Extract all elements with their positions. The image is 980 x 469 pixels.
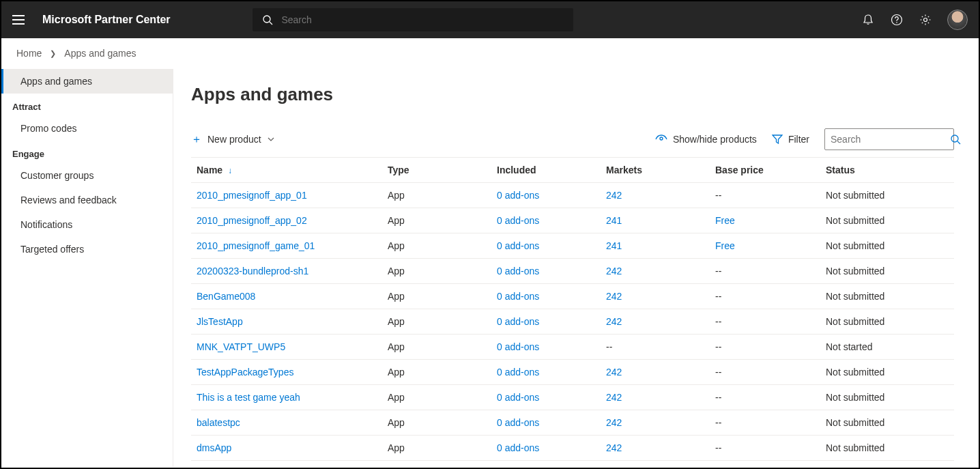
- top-header: Microsoft Partner Center: [1, 1, 979, 38]
- table-row: 2010_pmesignoff_app_01App0 add-ons242--N…: [191, 183, 954, 208]
- product-markets[interactable]: 242: [601, 284, 710, 309]
- breadcrumb-home[interactable]: Home: [16, 48, 42, 59]
- product-price: --: [710, 385, 820, 410]
- product-included-link[interactable]: 0 add-ons: [491, 360, 601, 385]
- sidebar-item-customer-groups[interactable]: Customer groups: [1, 163, 173, 188]
- sidebar-item-notifications[interactable]: Notifications: [1, 212, 173, 237]
- col-header-type[interactable]: Type: [382, 158, 491, 183]
- product-included-link[interactable]: 0 add-ons: [491, 335, 601, 360]
- sidebar-heading-engage: Engage: [1, 141, 173, 163]
- product-type: App: [382, 335, 491, 360]
- product-status: Not submitted: [820, 309, 954, 335]
- product-status: Not submitted: [820, 233, 954, 259]
- product-markets[interactable]: 241: [601, 208, 710, 233]
- col-header-price[interactable]: Base price: [710, 158, 820, 183]
- svg-point-4: [923, 18, 927, 22]
- product-included-link[interactable]: 0 add-ons: [491, 385, 601, 410]
- product-type: App: [382, 360, 491, 385]
- product-price[interactable]: Free: [710, 208, 820, 233]
- eye-icon: [655, 134, 667, 144]
- product-name-link[interactable]: This is a test game yeah: [191, 385, 382, 410]
- product-markets[interactable]: 242: [601, 259, 710, 284]
- table-row: This is a test game yeahApp0 add-ons242-…: [191, 385, 954, 410]
- product-markets[interactable]: 242: [601, 385, 710, 410]
- table-search[interactable]: [824, 128, 954, 150]
- table-row: JlsTestAppApp0 add-ons242--Not submitted: [191, 309, 954, 335]
- product-name-link[interactable]: MNK_VATPT_UWP5: [191, 335, 382, 360]
- product-price: --: [710, 410, 820, 436]
- help-icon[interactable]: [890, 13, 904, 27]
- product-included-link[interactable]: 0 add-ons: [491, 410, 601, 436]
- new-product-label: New product: [207, 134, 261, 145]
- sidebar-item-apps-and-games[interactable]: Apps and games: [1, 69, 173, 94]
- product-included-link[interactable]: 0 add-ons: [491, 208, 601, 233]
- product-name-link[interactable]: JlsTestApp: [191, 309, 382, 335]
- product-status: Not submitted: [820, 259, 954, 284]
- filter-label: Filter: [788, 134, 809, 145]
- toolbar: ＋ New product Show/hide products: [191, 128, 954, 150]
- product-price: --: [710, 436, 820, 461]
- product-type: App: [382, 385, 491, 410]
- product-name-link[interactable]: 20200323-bundleprod-sh1: [191, 259, 382, 284]
- product-name-link[interactable]: TestAppPackageTypes: [191, 360, 382, 385]
- col-header-status[interactable]: Status: [820, 158, 954, 183]
- product-included-link[interactable]: 0 add-ons: [491, 309, 601, 335]
- svg-point-3: [896, 22, 897, 23]
- product-price: --: [710, 335, 820, 360]
- product-type: App: [382, 309, 491, 335]
- settings-gear-icon[interactable]: [919, 13, 932, 27]
- product-name-link[interactable]: BenGame008: [191, 284, 382, 309]
- svg-line-7: [957, 141, 960, 144]
- product-markets[interactable]: 241: [601, 233, 710, 259]
- product-price: --: [710, 309, 820, 335]
- product-name-link[interactable]: balatestpc: [191, 410, 382, 436]
- product-name-link[interactable]: 2010_pmesignoff_game_01: [191, 233, 382, 259]
- show-hide-products-button[interactable]: Show/hide products: [655, 134, 757, 145]
- product-name-link[interactable]: 2010_pmesignoff_app_02: [191, 208, 382, 233]
- filter-button[interactable]: Filter: [772, 134, 809, 145]
- new-product-button[interactable]: ＋ New product: [191, 132, 275, 147]
- product-markets[interactable]: 242: [601, 183, 710, 208]
- product-price: --: [710, 284, 820, 309]
- product-markets[interactable]: 242: [601, 360, 710, 385]
- product-name-link[interactable]: dmsApp: [191, 436, 382, 461]
- product-price: --: [710, 183, 820, 208]
- col-header-markets[interactable]: Markets: [601, 158, 710, 183]
- product-markets[interactable]: 242: [601, 436, 710, 461]
- table-row: 2010_pmesignoff_app_02App0 add-ons241Fre…: [191, 208, 954, 233]
- table-search-input[interactable]: [831, 134, 950, 145]
- product-status: Not submitted: [820, 436, 954, 461]
- product-markets[interactable]: 242: [601, 410, 710, 436]
- sidebar-item-targeted-offers[interactable]: Targeted offers: [1, 237, 173, 261]
- sidebar-heading-attract: Attract: [1, 94, 173, 116]
- table-row: TestAppPackageTypesApp0 add-ons242--Not …: [191, 360, 954, 385]
- user-avatar[interactable]: [947, 10, 968, 30]
- search-icon: [950, 134, 961, 145]
- page-title: Apps and games: [191, 84, 954, 105]
- product-included-link[interactable]: 0 add-ons: [491, 284, 601, 309]
- breadcrumb: Home ❯ Apps and games: [1, 38, 979, 69]
- product-included-link[interactable]: 0 add-ons: [491, 259, 601, 284]
- plus-icon: ＋: [191, 132, 202, 147]
- product-name-link[interactable]: 2010_pmesignoff_app_01: [191, 183, 382, 208]
- table-row: 20200323-bundleprod-sh1App0 add-ons242--…: [191, 259, 954, 284]
- sidebar-item-reviews-feedback[interactable]: Reviews and feedback: [1, 188, 173, 212]
- svg-point-0: [263, 16, 270, 23]
- product-markets[interactable]: 242: [601, 309, 710, 335]
- product-included-link[interactable]: 0 add-ons: [491, 233, 601, 259]
- product-included-link[interactable]: 0 add-ons: [491, 183, 601, 208]
- global-search-input[interactable]: [281, 14, 564, 25]
- sidebar-item-promo-codes[interactable]: Promo codes: [1, 116, 173, 141]
- product-type: App: [382, 233, 491, 259]
- col-header-included[interactable]: Included: [491, 158, 601, 183]
- notifications-icon[interactable]: [861, 13, 875, 27]
- product-price[interactable]: Free: [710, 233, 820, 259]
- hamburger-menu-icon[interactable]: [12, 12, 29, 28]
- col-header-name[interactable]: Name ↓: [191, 158, 382, 183]
- product-included-link[interactable]: 0 add-ons: [491, 436, 601, 461]
- sort-down-icon: ↓: [228, 166, 232, 175]
- product-type: App: [382, 183, 491, 208]
- product-markets: --: [601, 335, 710, 360]
- product-status: Not started: [820, 335, 954, 360]
- global-search[interactable]: [253, 8, 573, 31]
